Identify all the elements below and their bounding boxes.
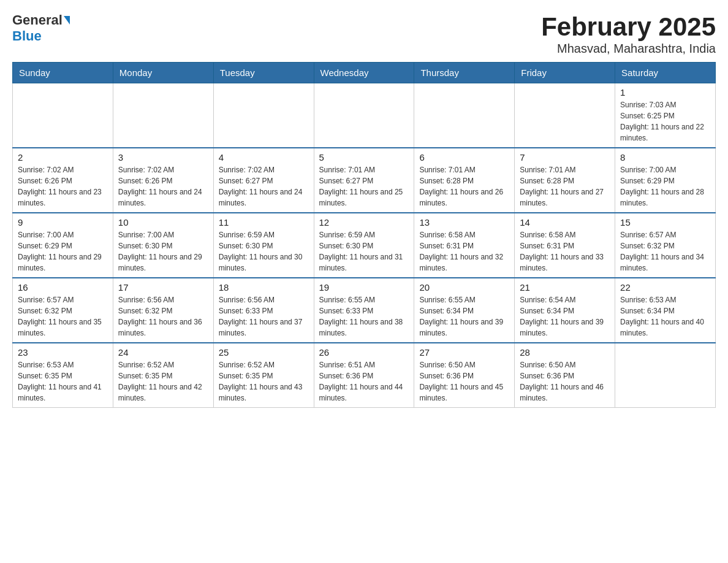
day-info: Sunrise: 6:50 AMSunset: 6:36 PMDaylight:… bbox=[419, 359, 509, 404]
day-number: 19 bbox=[319, 282, 409, 293]
day-number: 7 bbox=[520, 152, 610, 163]
calendar-table: Sunday Monday Tuesday Wednesday Thursday… bbox=[12, 62, 716, 408]
day-info: Sunrise: 6:52 AMSunset: 6:35 PMDaylight:… bbox=[118, 359, 208, 404]
day-number: 6 bbox=[419, 152, 509, 163]
day-info: Sunrise: 6:52 AMSunset: 6:35 PMDaylight:… bbox=[219, 359, 309, 404]
day-number: 17 bbox=[118, 282, 208, 293]
day-info: Sunrise: 6:59 AMSunset: 6:30 PMDaylight:… bbox=[219, 229, 309, 274]
calendar-title: February 2025 bbox=[541, 12, 716, 42]
day-number: 3 bbox=[118, 152, 208, 163]
table-row: 2Sunrise: 7:02 AMSunset: 6:26 PMDaylight… bbox=[13, 148, 113, 213]
table-row bbox=[113, 83, 213, 148]
day-number: 23 bbox=[18, 347, 108, 358]
table-row: 23Sunrise: 6:53 AMSunset: 6:35 PMDayligh… bbox=[13, 343, 113, 408]
col-wednesday: Wednesday bbox=[314, 63, 414, 83]
day-info: Sunrise: 6:51 AMSunset: 6:36 PMDaylight:… bbox=[319, 359, 409, 404]
calendar-header-row: Sunday Monday Tuesday Wednesday Thursday… bbox=[13, 63, 716, 83]
day-info: Sunrise: 6:56 AMSunset: 6:33 PMDaylight:… bbox=[219, 294, 309, 339]
table-row: 17Sunrise: 6:56 AMSunset: 6:32 PMDayligh… bbox=[113, 278, 213, 343]
calendar-week-row: 1Sunrise: 7:03 AMSunset: 6:25 PMDaylight… bbox=[13, 83, 716, 148]
day-info: Sunrise: 6:55 AMSunset: 6:34 PMDaylight:… bbox=[419, 294, 509, 339]
day-number: 28 bbox=[520, 347, 610, 358]
day-number: 20 bbox=[419, 282, 509, 293]
table-row: 10Sunrise: 7:00 AMSunset: 6:30 PMDayligh… bbox=[113, 213, 213, 278]
table-row: 19Sunrise: 6:55 AMSunset: 6:33 PMDayligh… bbox=[314, 278, 414, 343]
day-info: Sunrise: 7:01 AMSunset: 6:27 PMDaylight:… bbox=[319, 164, 409, 209]
day-info: Sunrise: 7:02 AMSunset: 6:26 PMDaylight:… bbox=[18, 164, 108, 209]
day-info: Sunrise: 6:54 AMSunset: 6:34 PMDaylight:… bbox=[520, 294, 610, 339]
day-info: Sunrise: 6:56 AMSunset: 6:32 PMDaylight:… bbox=[118, 294, 208, 339]
day-info: Sunrise: 7:00 AMSunset: 6:30 PMDaylight:… bbox=[118, 229, 208, 274]
day-number: 15 bbox=[620, 217, 710, 228]
day-info: Sunrise: 6:50 AMSunset: 6:36 PMDaylight:… bbox=[520, 359, 610, 404]
table-row: 7Sunrise: 7:01 AMSunset: 6:28 PMDaylight… bbox=[515, 148, 615, 213]
day-number: 21 bbox=[520, 282, 610, 293]
table-row bbox=[515, 83, 615, 148]
table-row: 21Sunrise: 6:54 AMSunset: 6:34 PMDayligh… bbox=[515, 278, 615, 343]
table-row bbox=[615, 343, 716, 408]
day-number: 2 bbox=[18, 152, 108, 163]
table-row: 16Sunrise: 6:57 AMSunset: 6:32 PMDayligh… bbox=[13, 278, 113, 343]
table-row: 28Sunrise: 6:50 AMSunset: 6:36 PMDayligh… bbox=[515, 343, 615, 408]
day-info: Sunrise: 7:00 AMSunset: 6:29 PMDaylight:… bbox=[620, 164, 710, 209]
table-row: 3Sunrise: 7:02 AMSunset: 6:26 PMDaylight… bbox=[113, 148, 213, 213]
day-info: Sunrise: 6:53 AMSunset: 6:35 PMDaylight:… bbox=[18, 359, 108, 404]
logo-general-text: General bbox=[12, 12, 63, 28]
day-info: Sunrise: 6:58 AMSunset: 6:31 PMDaylight:… bbox=[419, 229, 509, 274]
logo-triangle-icon bbox=[64, 16, 70, 25]
col-thursday: Thursday bbox=[414, 63, 515, 83]
day-info: Sunrise: 7:02 AMSunset: 6:27 PMDaylight:… bbox=[219, 164, 309, 209]
calendar-header: Sunday Monday Tuesday Wednesday Thursday… bbox=[13, 63, 716, 83]
table-row: 24Sunrise: 6:52 AMSunset: 6:35 PMDayligh… bbox=[113, 343, 213, 408]
day-number: 22 bbox=[620, 282, 710, 293]
day-info: Sunrise: 6:59 AMSunset: 6:30 PMDaylight:… bbox=[319, 229, 409, 274]
day-info: Sunrise: 7:02 AMSunset: 6:26 PMDaylight:… bbox=[118, 164, 208, 209]
col-tuesday: Tuesday bbox=[213, 63, 314, 83]
day-info: Sunrise: 7:03 AMSunset: 6:25 PMDaylight:… bbox=[620, 99, 710, 144]
day-number: 16 bbox=[18, 282, 108, 293]
day-info: Sunrise: 6:53 AMSunset: 6:34 PMDaylight:… bbox=[620, 294, 710, 339]
day-info: Sunrise: 6:55 AMSunset: 6:33 PMDaylight:… bbox=[319, 294, 409, 339]
table-row bbox=[13, 83, 113, 148]
day-number: 14 bbox=[520, 217, 610, 228]
day-number: 12 bbox=[319, 217, 409, 228]
col-monday: Monday bbox=[113, 63, 213, 83]
table-row: 5Sunrise: 7:01 AMSunset: 6:27 PMDaylight… bbox=[314, 148, 414, 213]
table-row: 13Sunrise: 6:58 AMSunset: 6:31 PMDayligh… bbox=[414, 213, 515, 278]
table-row: 8Sunrise: 7:00 AMSunset: 6:29 PMDaylight… bbox=[615, 148, 716, 213]
day-number: 5 bbox=[319, 152, 409, 163]
day-number: 9 bbox=[18, 217, 108, 228]
table-row bbox=[213, 83, 314, 148]
calendar-week-row: 16Sunrise: 6:57 AMSunset: 6:32 PMDayligh… bbox=[13, 278, 716, 343]
page-header: General Blue February 2025 Mhasvad, Maha… bbox=[12, 12, 716, 56]
table-row: 22Sunrise: 6:53 AMSunset: 6:34 PMDayligh… bbox=[615, 278, 716, 343]
table-row: 27Sunrise: 6:50 AMSunset: 6:36 PMDayligh… bbox=[414, 343, 515, 408]
table-row: 20Sunrise: 6:55 AMSunset: 6:34 PMDayligh… bbox=[414, 278, 515, 343]
day-info: Sunrise: 6:57 AMSunset: 6:32 PMDaylight:… bbox=[18, 294, 108, 339]
calendar-week-row: 23Sunrise: 6:53 AMSunset: 6:35 PMDayligh… bbox=[13, 343, 716, 408]
logo: General Blue bbox=[12, 12, 70, 44]
table-row: 6Sunrise: 7:01 AMSunset: 6:28 PMDaylight… bbox=[414, 148, 515, 213]
logo-blue-text: Blue bbox=[12, 28, 42, 44]
table-row: 9Sunrise: 7:00 AMSunset: 6:29 PMDaylight… bbox=[13, 213, 113, 278]
day-info: Sunrise: 7:00 AMSunset: 6:29 PMDaylight:… bbox=[18, 229, 108, 274]
day-number: 18 bbox=[219, 282, 309, 293]
calendar-week-row: 2Sunrise: 7:02 AMSunset: 6:26 PMDaylight… bbox=[13, 148, 716, 213]
calendar-location: Mhasvad, Maharashtra, India bbox=[541, 42, 716, 56]
day-number: 24 bbox=[118, 347, 208, 358]
day-number: 11 bbox=[219, 217, 309, 228]
day-number: 4 bbox=[219, 152, 309, 163]
day-number: 26 bbox=[319, 347, 409, 358]
table-row bbox=[314, 83, 414, 148]
table-row: 18Sunrise: 6:56 AMSunset: 6:33 PMDayligh… bbox=[213, 278, 314, 343]
day-info: Sunrise: 6:57 AMSunset: 6:32 PMDaylight:… bbox=[620, 229, 710, 274]
title-block: February 2025 Mhasvad, Maharashtra, Indi… bbox=[541, 12, 716, 56]
table-row bbox=[414, 83, 515, 148]
table-row: 11Sunrise: 6:59 AMSunset: 6:30 PMDayligh… bbox=[213, 213, 314, 278]
day-number: 25 bbox=[219, 347, 309, 358]
calendar-body: 1Sunrise: 7:03 AMSunset: 6:25 PMDaylight… bbox=[13, 83, 716, 408]
calendar-week-row: 9Sunrise: 7:00 AMSunset: 6:29 PMDaylight… bbox=[13, 213, 716, 278]
day-number: 8 bbox=[620, 152, 710, 163]
day-number: 13 bbox=[419, 217, 509, 228]
col-saturday: Saturday bbox=[615, 63, 716, 83]
